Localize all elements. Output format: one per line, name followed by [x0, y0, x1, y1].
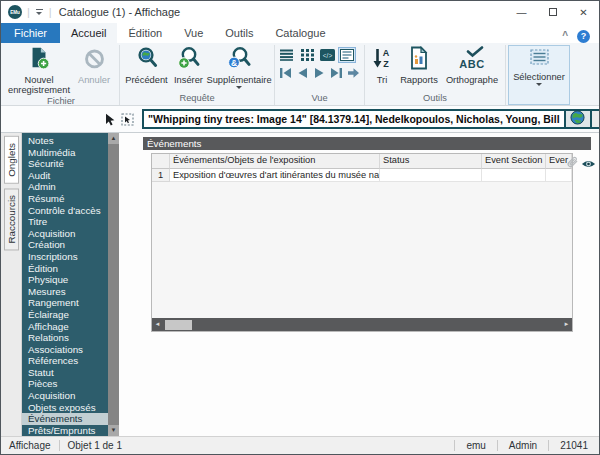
previous-record-icon[interactable] — [295, 66, 310, 80]
group-label-vue: Vue — [278, 92, 361, 105]
sidebar-item-pieces[interactable]: Pièces — [22, 378, 108, 390]
chevron-down-icon — [536, 83, 542, 86]
app-logo-icon[interactable]: EMu — [8, 5, 22, 19]
sidebar-item-inscriptions[interactable]: Inscriptions — [22, 251, 108, 263]
search-previous-button[interactable]: Précédent — [123, 45, 170, 85]
goto-record-icon[interactable] — [346, 66, 361, 80]
column-header-rownum[interactable] — [152, 154, 170, 169]
status-record-position: Objet 1 de 1 — [59, 440, 130, 451]
globe-cell[interactable] — [564, 111, 590, 127]
sidebar-item-statut[interactable]: Statut — [22, 367, 108, 379]
form-view-icon[interactable] — [338, 47, 356, 63]
grid-view-icon[interactable] — [298, 47, 316, 63]
section-header: Événements — [143, 137, 591, 150]
spellcheck-button[interactable]: ABC Orthographe — [442, 45, 502, 85]
tab-edition[interactable]: Édition — [117, 23, 173, 43]
sidebar-item-notes[interactable]: Notes — [22, 135, 108, 147]
column-header-event[interactable]: Événements/Objets de l'exposition — [170, 154, 380, 169]
svg-text:&: & — [231, 58, 237, 68]
side-tab-raccourcis[interactable]: Raccourcis — [4, 188, 19, 250]
new-record-button[interactable]: Nouvel enregistrement — [6, 45, 72, 95]
sidebar-item-audit[interactable]: Audit — [22, 170, 108, 182]
tab-catalogue[interactable]: Catalogue — [264, 23, 336, 43]
sidebar-item-prets-emprunts[interactable]: Prêts/Emprunts — [22, 425, 108, 437]
sidebar-item-titre[interactable]: Titre — [22, 216, 108, 228]
first-record-icon[interactable] — [278, 66, 293, 80]
tab-outils[interactable]: Outils — [214, 23, 264, 43]
svg-text:A: A — [382, 48, 389, 58]
close-button[interactable]: ✕ — [568, 1, 599, 23]
titlebar-separator: | — [27, 6, 30, 18]
collapse-ribbon-icon[interactable]: ^ — [562, 31, 568, 41]
scroll-up-icon[interactable]: ▲ — [108, 133, 119, 144]
ribbon-group-fichier: Nouvel enregistrement Annuler Fichier — [3, 45, 120, 105]
app-window: EMu | | Catalogue (1) - Affichage — ✕ Fi… — [0, 0, 600, 455]
tab-fichier[interactable]: Fichier — [1, 23, 60, 43]
sidebar-item-mesures[interactable]: Mesures — [22, 286, 108, 298]
reports-icon — [408, 46, 430, 74]
scroll-right-icon[interactable]: ► — [561, 318, 572, 331]
search-insert-button[interactable]: Insérer — [170, 45, 207, 85]
sidebar-item-references[interactable]: Références — [22, 355, 108, 367]
minimize-button[interactable]: — — [506, 1, 537, 23]
eye-icon[interactable] — [581, 155, 596, 173]
sidebar-item-affichage[interactable]: Affichage — [22, 321, 108, 333]
column-header-event-section[interactable]: Event Section — [482, 154, 546, 169]
select-button[interactable]: Sélectionner — [508, 45, 570, 105]
attachment-icon[interactable] — [566, 155, 579, 173]
record-count: 79000 — [590, 111, 600, 127]
scrollbar-thumb[interactable] — [165, 320, 192, 330]
table-horizontal-scrollbar[interactable]: ◄ ► — [152, 318, 572, 331]
last-record-icon[interactable] — [329, 66, 344, 80]
sidebar-item-admin[interactable]: Admin — [22, 181, 108, 193]
sidebar-item-edition[interactable]: Édition — [22, 263, 108, 275]
sort-button[interactable]: AZ Tri — [368, 45, 396, 85]
search-more-label: Supplémentaire — [206, 75, 271, 85]
side-tab-onglets[interactable]: Onglets — [4, 136, 19, 184]
reports-button[interactable]: Rapports — [396, 45, 442, 85]
sidebar-item-controle-acces[interactable]: Contrôle d'accès — [22, 205, 108, 217]
svg-text:</>: </> — [322, 52, 332, 59]
sidebar-item-relations[interactable]: Relations — [22, 332, 108, 344]
scroll-left-icon[interactable]: ◄ — [152, 318, 163, 331]
code-view-icon[interactable]: </> — [318, 47, 336, 63]
sidebar-item-physique[interactable]: Physique — [22, 274, 108, 286]
sidebar-item-creation[interactable]: Création — [22, 239, 108, 251]
sidebar-item-associations[interactable]: Associations — [22, 344, 108, 356]
sort-icon: AZ — [372, 46, 393, 74]
cancel-button[interactable]: Annuler — [72, 45, 116, 85]
record-summary-widget: "Whipping tiny trees: Image 14" [84.1379… — [142, 109, 600, 129]
sidebar-item-acquisition2[interactable]: Acquisition — [22, 390, 108, 402]
search-insert-label: Insérer — [174, 75, 203, 85]
list-view-icon[interactable] — [278, 47, 296, 63]
sidebar-item-objets-exposes[interactable]: Objets exposés — [22, 402, 108, 414]
maximize-button[interactable] — [537, 1, 568, 23]
sidebar-item-securite[interactable]: Sécurité — [22, 158, 108, 170]
sidebar-item-rangement[interactable]: Rangement — [22, 297, 108, 309]
sidebar-item-eclairage[interactable]: Éclairage — [22, 309, 108, 321]
select-cursor-icon[interactable] — [121, 112, 134, 126]
table-side-icons — [566, 155, 596, 173]
table-row[interactable]: 1 Exposition d'œuvres d'art itinérantes … — [152, 169, 572, 182]
globe-icon — [570, 110, 585, 129]
sidebar-item-resume[interactable]: Résumé — [22, 193, 108, 205]
sidebar-scrollbar[interactable]: ▲ ▼ — [108, 133, 119, 436]
row-number: 1 — [152, 169, 170, 182]
cursor-icon[interactable] — [104, 112, 116, 126]
sidebar-item-acquisition[interactable]: Acquisition — [22, 228, 108, 240]
tab-accueil[interactable]: Accueil — [60, 23, 117, 43]
tab-vue[interactable]: Vue — [173, 23, 214, 43]
scroll-down-icon[interactable]: ▼ — [108, 425, 119, 436]
select-icon — [530, 49, 549, 69]
sidebar-item-evenements[interactable]: Événements — [22, 413, 108, 425]
status-bar: Affichage Objet 1 de 1 emu Admin 21041 — [1, 436, 599, 454]
column-header-status[interactable]: Status — [380, 154, 482, 169]
quick-access-dropdown-icon[interactable] — [35, 8, 44, 17]
search-more-button[interactable]: & Supplémentaire — [207, 45, 271, 89]
sidebar-item-multimedia[interactable]: Multimédia — [22, 147, 108, 159]
next-record-icon[interactable] — [312, 66, 327, 80]
events-table: Événements/Objets de l'exposition Status… — [151, 153, 573, 332]
status-right: emu Admin 21041 — [454, 437, 599, 454]
reports-label: Rapports — [400, 75, 438, 85]
help-icon[interactable]: ? — [577, 30, 590, 43]
